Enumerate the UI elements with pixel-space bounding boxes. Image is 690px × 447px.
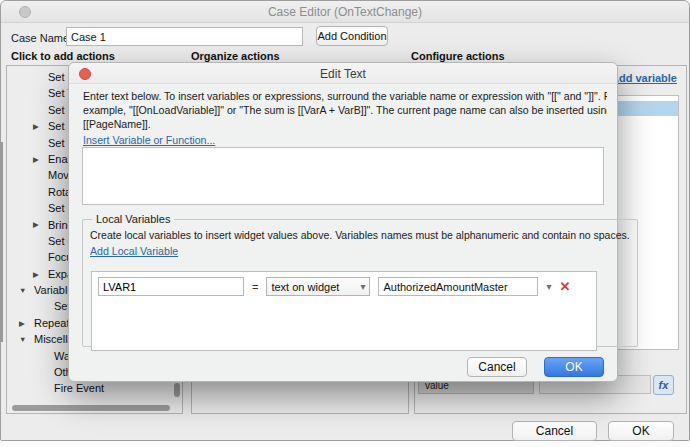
fx-button[interactable]: fx — [653, 375, 674, 395]
insert-variable-link[interactable]: Insert Variable or Function... — [83, 134, 215, 146]
collapsed-arrow-icon[interactable]: ▶ — [33, 152, 48, 168]
horizontal-scrollbar-thumb[interactable] — [12, 405, 170, 411]
page-scrollbar-fragment — [0, 142, 3, 342]
add-local-variable-link[interactable]: Add Local Variable — [90, 245, 178, 257]
instruction-line: [[PageName]]. — [83, 117, 607, 131]
case-name-input[interactable] — [66, 27, 303, 46]
variable-type-dropdown[interactable]: text on widget ▾ — [266, 277, 370, 296]
instruction-line: example, "[[OnLoadVariable]]" or "The su… — [83, 103, 607, 117]
local-variables-description: Create local variables to insert widget … — [90, 229, 630, 241]
local-variables-legend: Local Variables — [92, 213, 174, 225]
add-variable-link[interactable]: Add variable — [611, 72, 677, 84]
equals-sign: = — [252, 281, 258, 293]
case-editor-ok-button[interactable]: OK — [608, 421, 674, 441]
add-condition-button[interactable]: Add Condition — [316, 26, 388, 46]
collapsed-arrow-icon[interactable]: ▶ — [33, 119, 48, 135]
case-editor-cancel-button[interactable]: Cancel — [512, 421, 597, 441]
case-name-label: Case Name — [11, 32, 69, 44]
edit-text-titlebar: Edit Text — [69, 63, 617, 84]
window-titlebar: Case Editor (OnTextChange) — [1, 1, 689, 23]
edit-text-instructions: Enter text below. To insert variables or… — [83, 89, 607, 131]
variable-name-input[interactable] — [98, 277, 244, 296]
column-header-add-actions: Click to add actions — [11, 50, 115, 62]
collapsed-arrow-icon[interactable]: ▶ — [33, 267, 48, 283]
action-item-fire-event[interactable]: Fire Event — [7, 380, 182, 396]
column-header-configure: Configure actions — [411, 50, 505, 62]
local-variable-row: = text on widget ▾ AuthorizedAmountMaste… — [92, 272, 596, 296]
widget-value-combo[interactable]: AuthorizedAmountMaster — [378, 277, 538, 296]
vertical-scrollbar-thumb[interactable] — [174, 383, 180, 397]
page-background-strip — [0, 441, 690, 447]
window-title: Case Editor (OnTextChange) — [1, 5, 689, 19]
text-entry-area[interactable] — [82, 147, 604, 205]
edit-text-ok-button[interactable]: OK — [544, 357, 604, 377]
column-header-organize: Organize actions — [191, 50, 280, 62]
expanded-arrow-icon[interactable]: ▼ — [19, 283, 34, 299]
collapsed-arrow-icon[interactable]: ▶ — [19, 316, 34, 332]
edit-text-cancel-button[interactable]: Cancel — [467, 357, 527, 377]
local-variables-group: Local Variables Create local variables t… — [82, 213, 638, 347]
chevron-down-icon: ▾ — [360, 281, 365, 292]
delete-variable-icon[interactable]: ✕ — [559, 279, 570, 294]
expanded-arrow-icon[interactable]: ▼ — [19, 332, 34, 348]
edit-text-dialog: Edit Text Enter text below. To insert va… — [68, 62, 618, 382]
local-variables-list: = text on widget ▾ AuthorizedAmountMaste… — [91, 271, 597, 351]
instruction-line: Enter text below. To insert variables or… — [83, 89, 607, 103]
collapsed-arrow-icon[interactable]: ▶ — [33, 217, 48, 233]
chevron-down-icon[interactable]: ▾ — [546, 281, 551, 292]
edit-text-title: Edit Text — [69, 67, 617, 81]
